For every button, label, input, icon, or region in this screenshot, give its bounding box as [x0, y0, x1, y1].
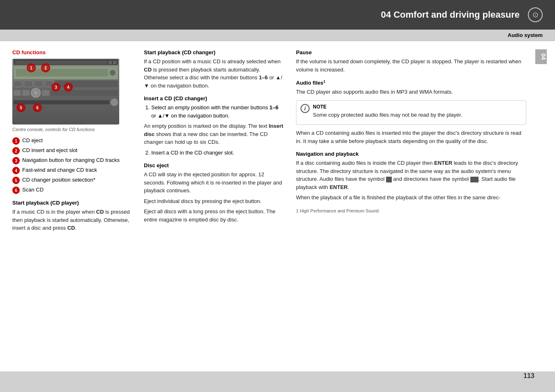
start-playback-cd-changer-text: If a CD position with a music CD is alre…: [144, 58, 284, 90]
left-column: CD functions: [12, 49, 132, 235]
list-item: 5 CD changer position selection*: [12, 176, 132, 184]
num-4: 4: [12, 167, 20, 174]
item-6-text: Scan CD: [22, 186, 44, 194]
num-6: 6: [12, 187, 20, 194]
disc-eject-text1: A CD will stay in the ejected position f…: [144, 171, 284, 195]
subheader-text: Audio system: [508, 32, 543, 38]
page-number: 113: [523, 372, 534, 380]
indicator-3: 3: [51, 83, 60, 92]
header-icon: ⊙: [528, 7, 543, 22]
start-playback-cd-player-section: Start playback (CD player) If a music CD…: [12, 200, 132, 232]
right-column: Pause If the volume is turned down compl…: [296, 49, 543, 235]
header-title: 04 Comfort and driving pleasure: [381, 9, 520, 20]
pause-text: If the volume is turned down completely,…: [296, 58, 526, 74]
footnote: 1 High Performance and Premium Sound: [296, 208, 526, 213]
note-box: i NOTE Some copy protected audio files m…: [296, 100, 526, 125]
insert-cd-steps: Select an empty position with the number…: [151, 104, 284, 120]
nav-playback-title: Navigation and playback: [296, 151, 526, 157]
indicator-6: 6: [33, 103, 42, 112]
note-label: NOTE: [313, 104, 522, 110]
audio-files-title: Audio files1: [296, 79, 526, 86]
nav-playback-text: If a disc containing audio files is insi…: [296, 159, 526, 191]
disc-eject-text2: Eject individual discs by pressing the e…: [144, 197, 284, 205]
item-3-text: Navigation button for changing CD tracks: [22, 157, 120, 164]
audio-files-detail: When a CD containing audio files is inse…: [296, 129, 526, 145]
start-playback-cd-player-text: If a music CD is in the player when CD i…: [12, 208, 132, 232]
item-5-text: CD changer position selection*: [22, 176, 95, 184]
num-5: 5: [12, 177, 20, 184]
insert-cd-section: Insert a CD (CD changer) Select an empty…: [144, 95, 284, 157]
start-playback-cd-player-title: Start playback (CD player): [12, 200, 132, 206]
note-icon: i: [301, 104, 310, 113]
nav-playback-section: Navigation and playback If a disc contai…: [296, 151, 526, 202]
indicator-2: 2: [41, 63, 50, 72]
header: 04 Comfort and driving pleasure ⊙: [0, 0, 555, 30]
list-item: 2 CD insert and eject slot: [12, 147, 132, 154]
nav-playback-text2: When the playback of a file is finished …: [296, 194, 526, 202]
num-3: 3: [12, 157, 20, 164]
item-4-text: Fast-wind and change CD track: [22, 166, 97, 174]
insert-step-1-note: An empty position is marked on the displ…: [144, 122, 284, 146]
footer: [0, 371, 555, 392]
insert-step-2: Insert a CD in the CD changer slot.: [151, 149, 284, 157]
item-2-text: CD insert and eject slot: [22, 147, 77, 154]
page: 04 Comfort and driving pleasure ⊙ Audio …: [0, 0, 555, 392]
cd-functions-title: CD functions: [12, 49, 132, 55]
start-playback-cd-changer-section: Start playback (CD changer) If a CD posi…: [144, 49, 284, 90]
cd-numbered-list: 1 CD eject 2 CD insert and eject slot 3 …: [12, 137, 132, 194]
console-image: 1 2 3 4 5 6: [12, 59, 119, 125]
pause-title: Pause: [296, 49, 526, 55]
middle-column: Start playback (CD changer) If a CD posi…: [144, 49, 284, 235]
list-item: 4 Fast-wind and change CD track: [12, 166, 132, 174]
disc-eject-text3: Eject all discs with a long press on the…: [144, 208, 284, 224]
note-text: Some copy protected audio files may not …: [313, 111, 522, 119]
audio-files-section: Audio files1 The CD player also supports…: [296, 79, 526, 96]
list-item: 3 Navigation button for changing CD trac…: [12, 157, 132, 164]
indicator-1: 1: [27, 63, 36, 72]
insert-step-1: Select an empty position with the number…: [151, 104, 284, 120]
insert-step-2-list: Insert a CD in the CD changer slot.: [151, 149, 284, 157]
chapter-tab: 04: [535, 49, 547, 64]
disc-eject-section: Disc eject A CD will stay in the ejected…: [144, 162, 284, 224]
indicator-4: 4: [64, 83, 73, 92]
insert-cd-title: Insert a CD (CD changer): [144, 95, 284, 101]
subheader: Audio system: [0, 30, 555, 41]
disc-eject-title: Disc eject: [144, 162, 284, 168]
num-1: 1: [12, 137, 20, 145]
num-2: 2: [12, 147, 20, 154]
pause-section: Pause If the volume is turned down compl…: [296, 49, 526, 74]
start-playback-cd-changer-title: Start playback (CD changer): [144, 49, 284, 55]
audio-files-text: The CD player also supports audio files …: [296, 88, 526, 96]
indicator-5: 5: [16, 103, 25, 112]
console-caption: Centre console, controls for CD function…: [12, 127, 132, 132]
list-item: 1 CD eject: [12, 137, 132, 145]
item-1-text: CD eject: [22, 137, 43, 144]
main-content: CD functions: [0, 41, 555, 243]
note-content: NOTE Some copy protected audio files may…: [313, 104, 522, 122]
list-item: 6 Scan CD: [12, 186, 132, 194]
